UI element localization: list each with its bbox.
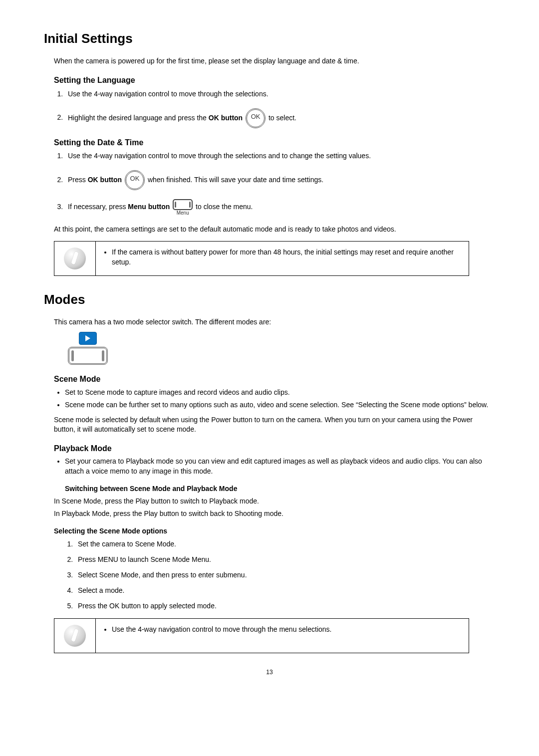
dt-step-2: Press OK button OK when finished. This w… (65, 170, 495, 190)
select-step-2: Press MENU to launch Scene Mode Menu. (75, 554, 495, 565)
select-step-5: Press the OK button to apply selected mo… (75, 601, 495, 611)
heading-initial-settings: Initial Settings (44, 30, 495, 47)
ok-button-icon: OK (125, 170, 145, 190)
note-box: Use the 4-way navigation control to move… (54, 618, 469, 653)
ok-button-icon: OK (246, 108, 266, 128)
text: to close the menu. (196, 203, 253, 211)
playback-bullet-1: Set your camera to Playback mode so you … (65, 457, 495, 476)
note-box: If the camera is without battery power f… (54, 241, 469, 276)
switching-line-2: In Playback Mode, press the Play button … (54, 509, 495, 518)
heading-setting-date-time: Setting the Date & Time (54, 137, 495, 148)
lang-step-1: Use the 4-way navigation control to move… (65, 89, 495, 99)
menu-button-icon: Menu (173, 199, 193, 216)
text: to select. (269, 113, 296, 121)
heading-modes: Modes (44, 291, 495, 308)
menu-button-label: Menu button (128, 203, 170, 211)
info-icon (64, 248, 86, 269)
info-icon (64, 625, 86, 647)
scene-bullet-1: Set to Scene mode to capture images and … (65, 388, 495, 398)
closing-text: At this point, the camera settings are s… (54, 225, 495, 234)
heading-selecting-scene-options: Selecting the Scene Mode options (54, 526, 495, 536)
note-text: Use the 4-way navigation control to move… (112, 625, 461, 635)
ok-button-label: OK button (209, 113, 243, 121)
lang-step-2: Highlight the desired language and press… (65, 108, 495, 128)
ok-button-label: OK button (88, 176, 122, 184)
play-icon (79, 332, 97, 345)
mode-selector-icon (68, 332, 108, 365)
modes-intro: This camera has a two mode selector swit… (54, 317, 495, 327)
text: Highlight the desired language and press… (68, 113, 209, 121)
dt-step-1: Use the 4-way navigation control to move… (65, 151, 495, 161)
heading-setting-language: Setting the Language (54, 75, 495, 86)
heading-playback-mode: Playback Mode (54, 443, 495, 454)
dt-step-3: If necessary, press Menu button Menu to … (65, 199, 495, 216)
scene-paragraph: Scene mode is selected by default when u… (54, 415, 495, 434)
intro-text: When the camera is powered up for the fi… (54, 56, 495, 66)
page-number: 13 (44, 668, 495, 676)
text: when finished. This will save your date … (148, 176, 323, 184)
heading-scene-mode: Scene Mode (54, 374, 495, 385)
scene-bullet-2: Scene mode can be further set to many op… (65, 400, 495, 410)
text: Press (68, 176, 88, 184)
select-step-1: Set the camera to Scene Mode. (75, 539, 495, 549)
text: If necessary, press (68, 203, 128, 211)
select-step-3: Select Scene Mode, and then press to ent… (75, 570, 495, 580)
note-text: If the camera is without battery power f… (112, 248, 461, 267)
heading-switching-modes: Switching between Scene Mode and Playbac… (65, 484, 495, 494)
select-step-4: Select a mode. (75, 585, 495, 596)
switching-line-1: In Scene Mode, press the Play button to … (54, 497, 495, 506)
menu-icon-label: Menu (173, 211, 193, 216)
